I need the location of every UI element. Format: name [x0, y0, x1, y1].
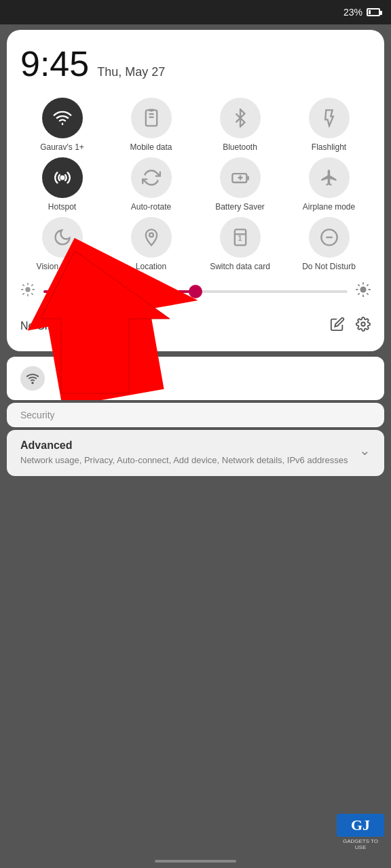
- tile-wifi[interactable]: Gaurav's 1+: [20, 98, 104, 152]
- switch-data-label: Switch data card: [210, 262, 270, 271]
- security-section: Security: [7, 403, 384, 427]
- svg-point-17: [360, 286, 366, 292]
- chevron-down-icon: ⌄: [359, 442, 371, 458]
- svg-point-6: [60, 176, 64, 180]
- wifi-icon: [42, 98, 83, 138]
- security-label: Security: [20, 410, 55, 420]
- battery-saver-icon: [220, 157, 261, 198]
- clock-date: Thu, May 27: [97, 65, 165, 79]
- advanced-title: Advanced: [20, 439, 348, 452]
- flashlight-icon: [309, 98, 350, 138]
- battery-percentage: 23%: [343, 7, 362, 18]
- settings-icon[interactable]: [356, 317, 371, 335]
- battery-icon: [367, 8, 380, 16]
- advanced-subtitle: Network usage, Privacy, Auto-connect, Ad…: [20, 454, 348, 467]
- sim-status: No SIM card: [20, 320, 81, 332]
- wifi-signal-icon: [20, 366, 45, 391]
- svg-text:A: A: [362, 295, 365, 297]
- advanced-text-block: Advanced Network usage, Privacy, Auto-co…: [20, 439, 348, 467]
- quick-settings-panel: 9:45 Thu, May 27 Gaurav's 1+: [7, 30, 384, 351]
- brightness-slider[interactable]: [43, 290, 348, 293]
- watermark-text: GADGETS TO USE: [337, 838, 384, 850]
- advanced-section[interactable]: Advanced Network usage, Privacy, Auto-co…: [7, 430, 384, 476]
- tile-hotspot[interactable]: Hotspot: [20, 157, 104, 212]
- svg-point-16: [25, 287, 30, 292]
- flashlight-label: Flashlight: [312, 142, 346, 152]
- tile-dnd[interactable]: Do Not Disturb: [287, 217, 371, 271]
- svg-point-19: [361, 322, 365, 326]
- wifi-network-section[interactable]: [7, 357, 384, 400]
- tile-battery-saver[interactable]: Battery Saver: [198, 157, 282, 212]
- airplane-icon: [309, 157, 350, 198]
- svg-point-0: [61, 123, 62, 125]
- watermark: GJ GADGETS TO USE: [337, 814, 384, 848]
- tile-airplane[interactable]: Airplane mode: [287, 157, 371, 212]
- dnd-icon: [309, 217, 350, 258]
- mobile-data-label: Mobile data: [130, 142, 172, 152]
- time-section: 9:45 Thu, May 27: [20, 43, 371, 84]
- tile-vision-comfort[interactable]: Vision comfort: [20, 217, 104, 271]
- dnd-label: Do Not Disturb: [302, 262, 356, 271]
- tile-location[interactable]: Location: [109, 217, 193, 271]
- brightness-row: A: [20, 282, 371, 300]
- clock-time: 9:45: [20, 43, 89, 84]
- tile-auto-rotate[interactable]: Auto-rotate: [109, 157, 193, 212]
- brightness-low-icon: [20, 282, 35, 300]
- hotspot-label: Hotspot: [48, 202, 76, 212]
- mobile-data-icon: [131, 98, 172, 138]
- tile-bluetooth[interactable]: Bluetooth: [198, 98, 282, 152]
- auto-rotate-icon: [131, 157, 172, 198]
- airplane-label: Airplane mode: [303, 202, 355, 212]
- bluetooth-label: Bluetooth: [223, 142, 257, 152]
- edit-icon[interactable]: [330, 317, 345, 335]
- location-icon: [131, 217, 172, 258]
- vision-comfort-icon: [42, 217, 83, 258]
- bluetooth-icon: [220, 98, 261, 138]
- svg-point-22: [32, 382, 33, 384]
- tile-switch-data[interactable]: 1 Switch data card: [198, 217, 282, 271]
- wifi-label: Gaurav's 1+: [40, 142, 84, 152]
- watermark-logo: GJ: [337, 814, 384, 837]
- quick-tiles-grid: Gaurav's 1+ Mobile data Bl: [20, 98, 371, 271]
- sim-row: No SIM card: [20, 311, 371, 338]
- home-indicator[interactable]: [155, 860, 236, 863]
- sim-icons-group: [330, 317, 371, 335]
- svg-point-10: [149, 233, 153, 237]
- switch-data-icon: 1: [220, 217, 261, 258]
- location-label: Location: [136, 262, 166, 271]
- tile-mobile-data[interactable]: Mobile data: [109, 98, 193, 152]
- status-bar: 23%: [0, 0, 391, 24]
- hotspot-icon: [42, 157, 83, 198]
- battery-saver-label: Battery Saver: [215, 202, 265, 212]
- vision-comfort-label: Vision comfort: [37, 262, 88, 271]
- brightness-high-icon: A: [356, 282, 371, 300]
- auto-rotate-label: Auto-rotate: [131, 202, 171, 212]
- tile-flashlight[interactable]: Flashlight: [287, 98, 371, 152]
